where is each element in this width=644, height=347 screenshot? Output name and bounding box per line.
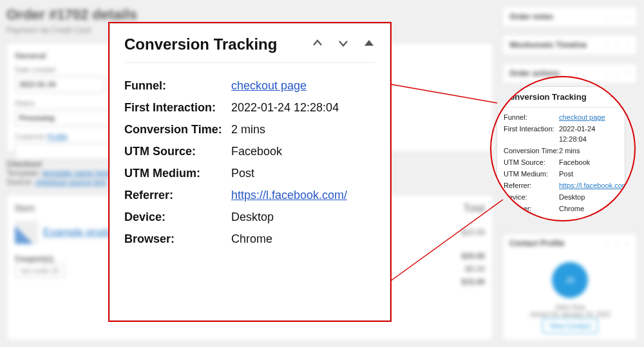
tracking-value: 2022-01-24 12:28:04 bbox=[231, 102, 339, 113]
conversion-tracking-circle: Conversion Tracking Funnel:checkout page… bbox=[490, 76, 636, 221]
collapse-icon[interactable] bbox=[609, 91, 618, 102]
tracking-row: Referrer:https://l.facebook.com/ bbox=[504, 181, 618, 191]
conversion-tracking-metabox: Conversion Tracking Funnel:checkout page… bbox=[497, 86, 625, 220]
tracking-key: First Interaction: bbox=[504, 124, 559, 145]
tracking-key: First Interaction: bbox=[124, 102, 231, 113]
tracking-row: UTM Medium:Post bbox=[124, 167, 375, 179]
view-contact-button[interactable]: View Contact bbox=[542, 318, 598, 333]
tracking-row: Device:Desktop bbox=[504, 192, 618, 203]
tracking-value: Post bbox=[231, 167, 254, 179]
tracking-value: Post bbox=[559, 169, 573, 180]
tracking-key: Referrer: bbox=[124, 189, 231, 201]
move-down-icon[interactable] bbox=[337, 37, 350, 52]
tracking-key: Conversion Time: bbox=[504, 146, 559, 156]
tracking-value: 2 mins bbox=[559, 146, 580, 156]
tracking-value[interactable]: checkout page bbox=[559, 113, 605, 123]
tracking-key: UTM Source: bbox=[124, 145, 231, 157]
toggle-icon[interactable] bbox=[363, 37, 375, 52]
tracking-key: UTM Source: bbox=[504, 158, 559, 168]
date-input[interactable] bbox=[15, 76, 105, 93]
tracking-key: Funnel: bbox=[504, 113, 559, 123]
tracking-row: UTM Source:Facebook bbox=[124, 145, 375, 157]
tracking-row: Funnel:checkout page bbox=[124, 80, 375, 91]
tracking-row: Conversion Time:2 mins bbox=[124, 124, 375, 135]
tracking-value: 2 mins bbox=[231, 124, 265, 135]
tracking-row: UTM Source:Facebook bbox=[504, 158, 618, 168]
tracking-value: Chrome bbox=[231, 233, 272, 245]
tracking-value[interactable]: https://l.facebook.com/ bbox=[559, 181, 630, 191]
tracking-row: UTM Medium:Post bbox=[504, 169, 618, 180]
tracking-row: Browser:Chrome bbox=[504, 204, 618, 214]
metabox-title: Conversion Tracking bbox=[504, 92, 587, 102]
tracking-key: Referrer: bbox=[504, 181, 559, 191]
tracking-key: Conversion Time: bbox=[124, 124, 231, 135]
tracking-value[interactable]: checkout page bbox=[231, 80, 307, 91]
conversion-tracking-zoom: Conversion Tracking Funnel:checkout page… bbox=[109, 23, 390, 321]
zoom-title: Conversion Tracking bbox=[124, 35, 277, 53]
tracking-row: Browser:Chrome bbox=[124, 233, 375, 245]
page-title: Order #1702 details bbox=[6, 6, 493, 23]
tracking-key: Device: bbox=[504, 192, 559, 203]
tracking-key: UTM Medium: bbox=[124, 167, 231, 179]
tracking-value: Chrome bbox=[559, 204, 584, 214]
tracking-row: First Interaction:2022-01-24 12:28:04 bbox=[504, 124, 618, 145]
tracking-key: Device: bbox=[124, 211, 231, 223]
tracking-value: Facebook bbox=[559, 158, 590, 168]
tracking-key: Funnel: bbox=[124, 80, 231, 91]
tracking-row: Funnel:checkout page bbox=[504, 113, 618, 123]
tracking-value: Desktop bbox=[559, 192, 585, 203]
tracking-row: Device:Desktop bbox=[124, 211, 375, 223]
tracking-row: First Interaction:2022-01-24 12:28:04 bbox=[124, 102, 375, 113]
tracking-row: Referrer:https://l.facebook.com/ bbox=[124, 189, 375, 201]
tracking-key: Browser: bbox=[504, 204, 559, 214]
tracking-value: Facebook bbox=[231, 145, 282, 157]
tracking-value: Desktop bbox=[231, 211, 274, 223]
tracking-key: Browser: bbox=[124, 233, 231, 245]
tracking-value[interactable]: https://l.facebook.com/ bbox=[231, 189, 347, 201]
tracking-row: Conversion Time:2 mins bbox=[504, 146, 618, 156]
tracking-value: 2022-01-24 12:28:04 bbox=[559, 124, 618, 145]
move-up-icon[interactable] bbox=[311, 37, 324, 52]
tracking-key: UTM Medium: bbox=[504, 169, 559, 180]
